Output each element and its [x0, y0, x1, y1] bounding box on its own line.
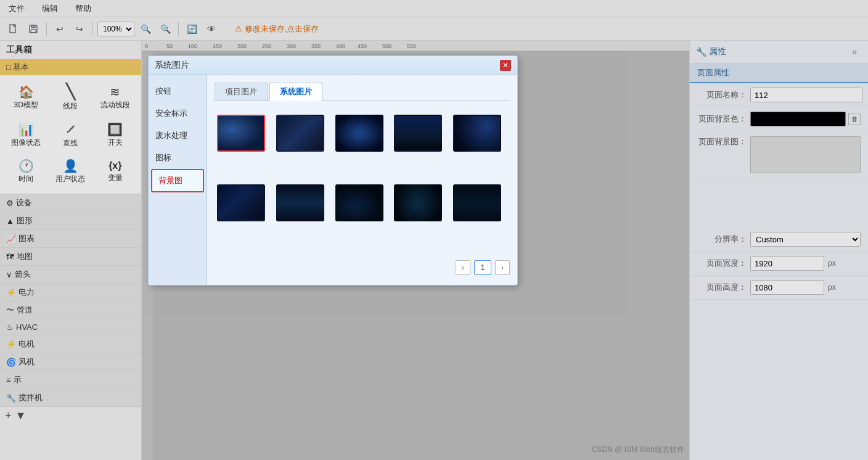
image-item-6[interactable] — [217, 184, 265, 221]
dialog-tabs: 项目图片 系统图片 — [215, 83, 510, 101]
sidebar-item-background[interactable]: 背景图 — [151, 169, 204, 192]
next-page-button[interactable]: › — [495, 260, 510, 275]
sidebar-item-safety[interactable]: 安全标示 — [149, 102, 207, 125]
sidebar-item-icon[interactable]: 图标 — [149, 147, 207, 169]
image-item-7[interactable] — [276, 184, 324, 221]
dialog-title: 系统图片 — [155, 60, 189, 71]
tab-project-images[interactable]: 项目图片 — [215, 83, 268, 101]
image-item-10[interactable] — [453, 184, 501, 221]
image-item-5[interactable] — [453, 115, 501, 152]
image-item-1[interactable] — [217, 115, 265, 152]
dialog-body: 按钮 安全标示 废水处理 图标 背景图 项目图片 系统图片 — [149, 75, 517, 285]
dialog-sidebar: 按钮 安全标示 废水处理 图标 背景图 — [149, 75, 207, 285]
image-item-2[interactable] — [276, 115, 324, 152]
image-item-8[interactable] — [335, 184, 383, 221]
dialog-overlay: 系统图片 ✕ 按钮 安全标示 废水处理 图标 背景图 项目图片 系统图片 — [0, 0, 868, 460]
dialog-close-button[interactable]: ✕ — [500, 60, 511, 71]
image-item-9[interactable] — [394, 184, 442, 221]
dialog-pagination: ‹ › — [215, 258, 510, 277]
image-grid — [215, 112, 510, 252]
image-item-4[interactable] — [394, 115, 442, 152]
sidebar-item-button[interactable]: 按钮 — [149, 80, 207, 102]
tab-system-images[interactable]: 系统图片 — [269, 83, 322, 101]
sidebar-item-wastewater[interactable]: 废水处理 — [149, 125, 207, 147]
dialog-main: 项目图片 系统图片 ‹ › — [207, 75, 517, 285]
dialog-header: 系统图片 ✕ — [149, 56, 517, 75]
current-page-input[interactable] — [474, 260, 491, 275]
system-image-dialog: 系统图片 ✕ 按钮 安全标示 废水处理 图标 背景图 项目图片 系统图片 — [148, 55, 518, 285]
prev-page-button[interactable]: ‹ — [456, 260, 470, 275]
image-item-3[interactable] — [335, 115, 383, 152]
